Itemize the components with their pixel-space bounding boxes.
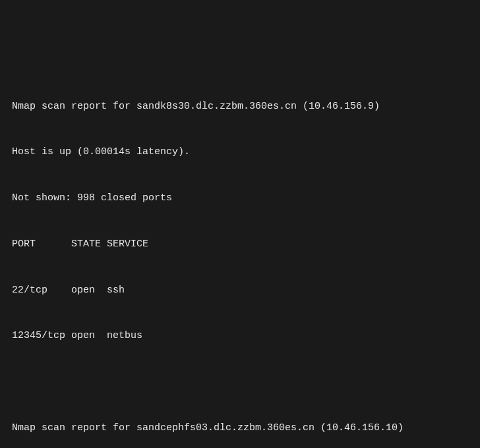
port-row: 22/tcp open ssh [12, 283, 468, 298]
host-status: Host is up (0.00014s latency). [12, 144, 468, 159]
terminal-output: Nmap scan report for sandk8s30.dlc.zzbm.… [12, 68, 468, 448]
port-row: 12345/tcp open netbus [12, 328, 468, 343]
port-columns: PORT STATE SERVICE [12, 237, 468, 252]
not-shown: Not shown: 998 closed ports [12, 190, 468, 206]
report-header: Nmap scan report for sandcephfs03.dlc.zz… [12, 420, 468, 435]
report-header: Nmap scan report for sandk8s30.dlc.zzbm.… [12, 99, 468, 114]
blank-line [12, 374, 468, 389]
